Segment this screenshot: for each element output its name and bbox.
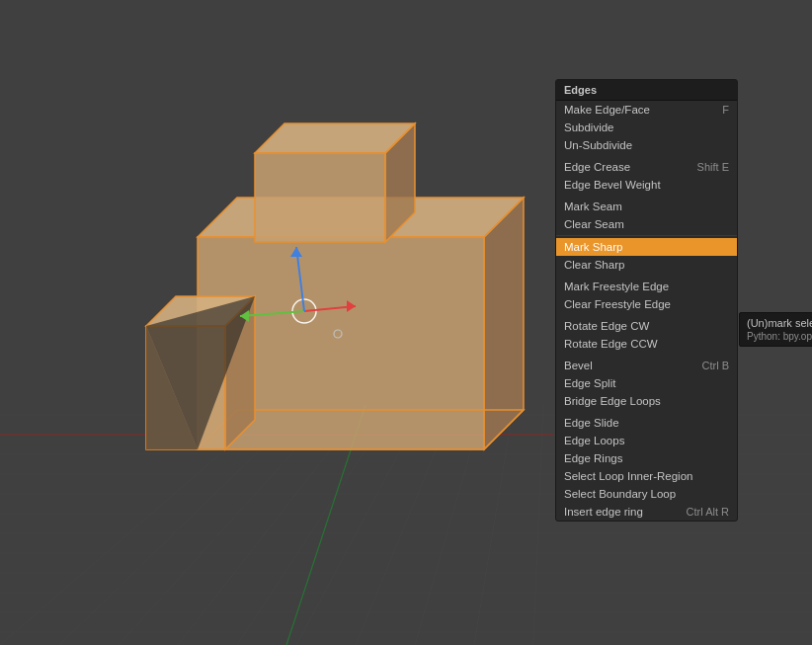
menu-item-rotate-edge-cw[interactable]: Rotate Edge CW bbox=[556, 317, 737, 335]
menu-item-bevel[interactable]: Bevel Ctrl B bbox=[556, 357, 737, 374]
menu-item-clear-freestyle-edge[interactable]: Clear Freestyle Edge bbox=[556, 295, 737, 313]
menu-item-edge-rings[interactable]: Edge Rings bbox=[556, 449, 737, 467]
menu-item-un-subdivide[interactable]: Un-Subdivide bbox=[556, 136, 737, 154]
menu-header: Edges bbox=[556, 80, 737, 101]
menu-item-edge-loops[interactable]: Edge Loops bbox=[556, 432, 737, 449]
svg-marker-28 bbox=[484, 198, 524, 449]
menu-item-insert-edge-ring[interactable]: Insert edge ring Ctrl Alt R bbox=[556, 503, 737, 521]
menu-item-rotate-edge-ccw[interactable]: Rotate Edge CCW bbox=[556, 335, 737, 353]
menu-item-edge-bevel-weight[interactable]: Edge Bevel Weight bbox=[556, 176, 737, 194]
context-menu: Edges Make Edge/Face F Subdivide Un-Subd… bbox=[555, 79, 738, 522]
menu-item-mark-sharp[interactable]: Mark Sharp bbox=[556, 238, 737, 256]
menu-item-edge-split[interactable]: Edge Split bbox=[556, 374, 737, 392]
menu-item-subdivide[interactable]: Subdivide bbox=[556, 119, 737, 136]
menu-item-clear-sharp[interactable]: Clear Sharp bbox=[556, 256, 737, 274]
tooltip-text: (Un)mark selected edges as bbox=[747, 317, 812, 329]
menu-item-edge-crease[interactable]: Edge Crease Shift E bbox=[556, 158, 737, 176]
menu-item-bridge-edge-loops[interactable]: Bridge Edge Loops bbox=[556, 392, 737, 410]
menu-item-mark-freestyle-edge[interactable]: Mark Freestyle Edge bbox=[556, 278, 737, 295]
menu-item-select-boundary-loop[interactable]: Select Boundary Loop bbox=[556, 485, 737, 503]
tooltip: (Un)mark selected edges as Python: bpy.o… bbox=[739, 312, 812, 347]
svg-marker-33 bbox=[255, 153, 385, 242]
viewport[interactable]: Edges Make Edge/Face F Subdivide Un-Subd… bbox=[0, 0, 812, 645]
menu-item-make-edge-face[interactable]: Make Edge/Face F bbox=[556, 101, 737, 119]
menu-item-edge-slide[interactable]: Edge Slide bbox=[556, 414, 737, 432]
menu-item-mark-seam[interactable]: Mark Seam bbox=[556, 198, 737, 215]
menu-item-clear-seam[interactable]: Clear Seam bbox=[556, 215, 737, 233]
tooltip-python: Python: bpy.ops.mesh.ma bbox=[747, 331, 812, 342]
menu-item-select-loop-inner-region[interactable]: Select Loop Inner-Region bbox=[556, 467, 737, 485]
divider-3 bbox=[556, 235, 737, 236]
